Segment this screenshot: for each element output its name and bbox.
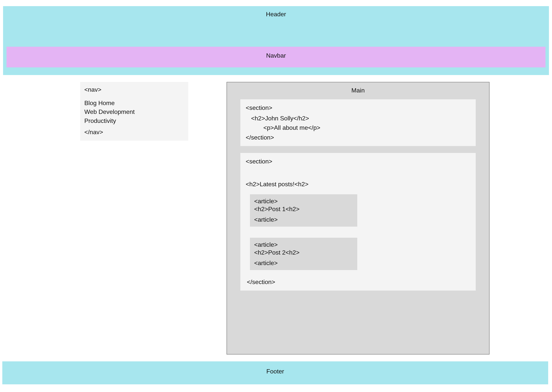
nav-pane: <nav> Blog Home Web Development Producti… <box>80 82 188 141</box>
nav-link-productivity[interactable]: Productivity <box>84 116 184 125</box>
nav-link-webdev[interactable]: Web Development <box>84 107 184 116</box>
nav-close-tag: </nav> <box>84 129 184 136</box>
latest-close-tag: </section> <box>247 279 470 286</box>
middle-area: <nav> Blog Home Web Development Producti… <box>0 80 552 359</box>
article-2-close: <article> <box>254 259 353 267</box>
about-p: <p>All about me</p> <box>263 124 470 131</box>
about-open-tag: <section> <box>246 104 470 112</box>
latest-h2: <h2>Latest posts!<h2> <box>246 181 470 188</box>
navbar-label: Navbar <box>266 52 286 59</box>
article-card-1: <article> <h2>Post 1<h2> <article> <box>250 194 357 227</box>
article-2-open: <article> <box>254 241 353 248</box>
latest-open-tag: <section> <box>246 158 470 165</box>
nav-link-home[interactable]: Blog Home <box>84 98 184 107</box>
nav-open-tag: <nav> <box>84 86 184 93</box>
navbar-strip: Navbar <box>7 47 545 67</box>
header-label: Header <box>266 11 286 18</box>
page: Header Navbar <nav> Blog Home Web Develo… <box>0 0 552 392</box>
footer-label: Footer <box>266 368 284 375</box>
footer-bar: Footer <box>2 361 548 384</box>
about-close-tag: </section> <box>246 134 470 141</box>
about-section: <section> <h2>John Solly</h2> <p>All abo… <box>240 99 476 146</box>
main-label: Main <box>240 87 476 94</box>
article-1-h2: <h2>Post 1<h2> <box>254 206 353 213</box>
about-h2: <h2>John Solly</h2> <box>251 115 470 122</box>
nav-links: Blog Home Web Development Productivity <box>84 98 184 125</box>
article-1-open: <article> <box>254 198 353 205</box>
article-card-2: <article> <h2>Post 2<h2> <article> <box>250 238 357 270</box>
article-1-close: <article> <box>254 216 353 223</box>
article-2-h2: <h2>Post 2<h2> <box>254 249 353 256</box>
latest-section: <section> <h2>Latest posts!<h2> <article… <box>240 153 476 291</box>
main-panel: Main <section> <h2>John Solly</h2> <p>Al… <box>226 82 489 355</box>
header-bar: Header Navbar <box>3 6 549 75</box>
